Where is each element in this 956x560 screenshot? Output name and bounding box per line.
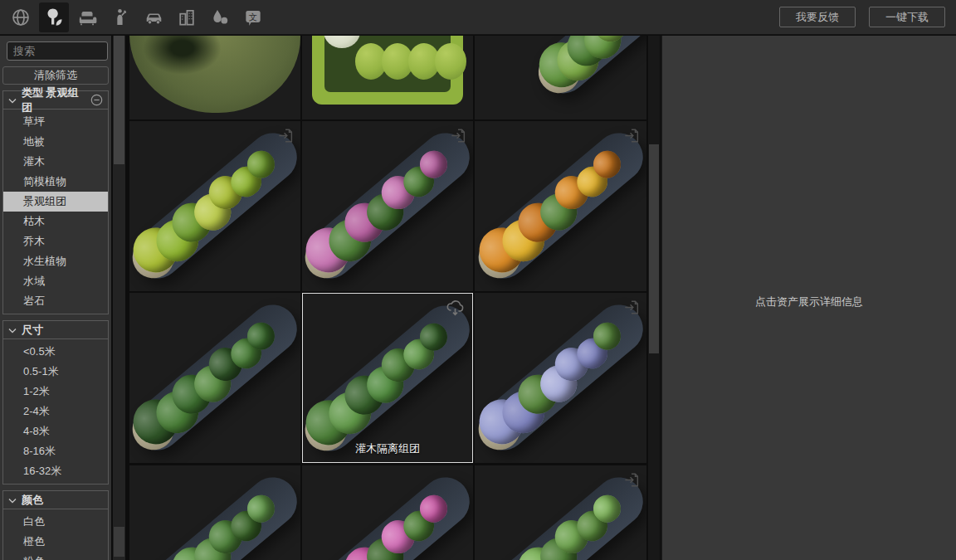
- filter-item-list: 白色橙色粉色: [2, 509, 109, 560]
- filter-item-list: 草坪地被灌木简模植物景观组团枯木乔木水生植物水域岩石: [2, 110, 109, 314]
- car-icon: [139, 2, 168, 32]
- detail-panel: 点击资产展示详细信息: [661, 36, 956, 560]
- filter-sidebar: 清除筛选 类型 景观组团草坪地被灌木简模植物景观组团枯木乔木水生植物水域岩石尺寸…: [0, 36, 111, 560]
- svg-text:文: 文: [249, 12, 257, 21]
- tab-materials[interactable]: [203, 0, 237, 35]
- text-bubble-icon: 文: [238, 2, 268, 32]
- filter-item[interactable]: 粉色: [3, 552, 108, 560]
- tab-buildings[interactable]: [170, 0, 203, 35]
- chevron-down-icon: [8, 324, 17, 336]
- detail-placeholder-text: 点击资产展示详细信息: [662, 295, 956, 309]
- asset-card[interactable]: [475, 293, 646, 463]
- top-toolbar: 文 我要反馈 一键下载: [0, 0, 956, 35]
- asset-thumbnail: [475, 295, 646, 460]
- filter-item[interactable]: 景观组团: [3, 192, 108, 212]
- asset-thumbnail: [312, 36, 463, 105]
- filter-section-0: 类型 景观组团草坪地被灌木简模植物景观组团枯木乔木水生植物水域岩石: [2, 90, 109, 314]
- clear-filters-button[interactable]: 清除筛选: [2, 66, 109, 85]
- asset-library-window: 文 我要反馈 一键下载 清除筛选 类型 景观组团草坪地被灌木简模植物景观组团枯木…: [0, 0, 956, 560]
- tab-characters[interactable]: [104, 0, 137, 35]
- asset-card[interactable]: [302, 121, 473, 291]
- filter-item[interactable]: 乔木: [3, 231, 108, 251]
- tree-icon: [39, 2, 69, 32]
- filter-item[interactable]: 枯木: [3, 212, 108, 231]
- filter-section-title: 尺寸: [22, 323, 43, 338]
- oval-bush: [435, 43, 466, 80]
- search-input[interactable]: [7, 41, 108, 61]
- asset-thumbnail: [475, 468, 646, 560]
- filter-section-1: 尺寸<0.5米0.5-1米1-2米2-4米4-8米8-16米16-32米: [2, 320, 109, 485]
- asset-thumbnail: [475, 124, 646, 289]
- filter-sections: 类型 景观组团草坪地被灌木简模植物景观组团枯木乔木水生植物水域岩石尺寸<0.5米…: [0, 90, 111, 560]
- asset-card[interactable]: [475, 465, 646, 560]
- import-icon[interactable]: [276, 126, 295, 149]
- filter-item[interactable]: 草坪: [3, 112, 108, 132]
- asset-grid: 灌木隔离组团: [129, 36, 647, 560]
- asset-card-label: 灌木隔离组团: [303, 441, 472, 456]
- sidebar-scrollbar-end[interactable]: [114, 527, 124, 557]
- filter-item[interactable]: 岩石: [3, 291, 108, 311]
- person-icon: [105, 2, 135, 32]
- grid-scrollbar[interactable]: [648, 36, 660, 560]
- filter-item-list: <0.5米0.5-1米1-2米2-4米4-8米8-16米16-32米: [2, 339, 109, 485]
- filter-section-2: 颜色白色橙色粉色: [2, 490, 109, 560]
- filter-item[interactable]: 2-4米: [3, 402, 108, 421]
- filter-section-header[interactable]: 颜色: [2, 490, 109, 509]
- building-icon: [172, 2, 202, 32]
- tab-vehicles[interactable]: [137, 0, 170, 35]
- grid-scrollbar-thumb[interactable]: [649, 144, 659, 353]
- asset-thumbnail: [129, 468, 300, 560]
- asset-card[interactable]: [129, 293, 300, 463]
- filter-item[interactable]: 4-8米: [3, 421, 108, 441]
- filter-item[interactable]: 1-2米: [3, 382, 108, 402]
- sidebar-scrollbar-thumb[interactable]: [114, 36, 124, 164]
- asset-card[interactable]: [302, 36, 473, 119]
- remove-filter-icon[interactable]: [90, 94, 103, 106]
- filter-item[interactable]: 水生植物: [3, 251, 108, 271]
- download-cloud-icon[interactable]: [444, 299, 466, 324]
- filter-item[interactable]: 灌木: [3, 152, 108, 172]
- filter-item[interactable]: <0.5米: [3, 342, 108, 362]
- filter-item[interactable]: 简模植物: [3, 172, 108, 192]
- tab-scenes[interactable]: [4, 0, 37, 35]
- toolbar-actions: 我要反馈 一键下载: [779, 7, 956, 27]
- filter-item[interactable]: 地被: [3, 132, 108, 152]
- filter-section-title: 颜色: [22, 493, 43, 508]
- asset-card[interactable]: [129, 465, 300, 560]
- chevron-down-icon: [8, 94, 17, 106]
- chevron-down-icon: [8, 494, 17, 506]
- filter-item[interactable]: 16-32米: [3, 461, 108, 481]
- tab-plants[interactable]: [37, 0, 71, 35]
- filter-item[interactable]: 水域: [3, 271, 108, 291]
- filter-section-header[interactable]: 尺寸: [2, 320, 109, 339]
- feedback-button[interactable]: 我要反馈: [779, 7, 856, 27]
- import-icon[interactable]: [622, 298, 641, 320]
- asset-thumbnail: [129, 36, 300, 113]
- download-all-button[interactable]: 一键下载: [869, 7, 945, 27]
- filter-section-title: 类型 景观组团: [22, 85, 85, 115]
- import-icon[interactable]: [448, 126, 467, 149]
- asset-card[interactable]: [475, 36, 646, 119]
- tab-furniture[interactable]: [71, 0, 104, 35]
- sidebar-scrollbar[interactable]: [113, 36, 125, 560]
- asset-card[interactable]: [302, 465, 473, 560]
- sofa-icon: [72, 2, 102, 32]
- filter-item[interactable]: 白色: [3, 512, 108, 532]
- droplet-icon: [205, 2, 235, 32]
- filter-section-header[interactable]: 类型 景观组团: [2, 90, 109, 110]
- filter-item[interactable]: 8-16米: [3, 441, 108, 461]
- import-icon[interactable]: [622, 470, 641, 493]
- globe-icon: [6, 2, 36, 32]
- asset-card[interactable]: [129, 121, 300, 291]
- asset-thumbnail: [302, 468, 473, 560]
- filter-item[interactable]: 橙色: [3, 532, 108, 552]
- asset-card[interactable]: [475, 121, 646, 291]
- category-tabs: 文: [4, 0, 270, 35]
- import-icon[interactable]: [622, 126, 641, 149]
- asset-card[interactable]: [129, 36, 300, 119]
- tab-text[interactable]: 文: [237, 0, 270, 35]
- tree-shadow: [143, 36, 222, 75]
- asset-card[interactable]: 灌木隔离组团: [302, 293, 473, 463]
- filter-item[interactable]: 0.5-1米: [3, 362, 108, 382]
- asset-thumbnail: [129, 295, 300, 460]
